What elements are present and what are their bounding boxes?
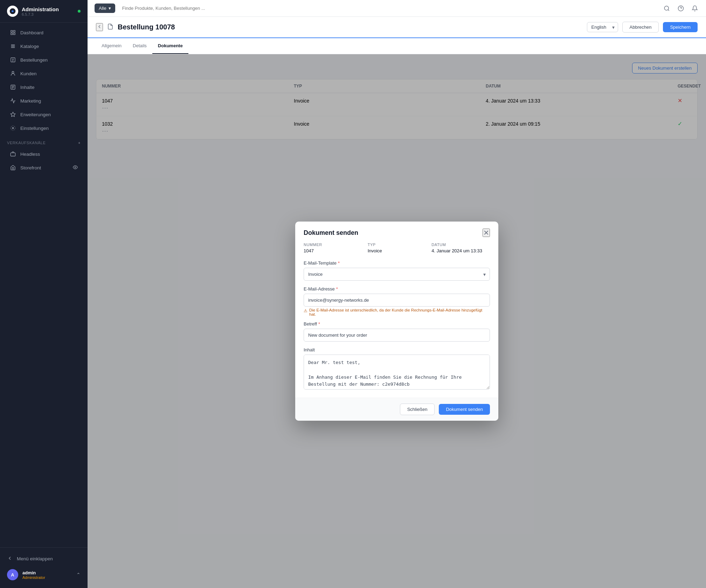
save-button[interactable]: Speichern [663,22,698,32]
sidebar-label-inhalte: Inhalte [20,85,35,90]
email-warning-text: ⚠ Die E-Mail-Adresse ist unterschiedlich… [304,308,490,316]
sidebar-item-marketing[interactable]: Marketing [3,94,85,107]
close-button[interactable]: Schließen [400,404,435,415]
settings-icon [10,125,16,131]
orders-icon [10,57,16,63]
user-profile[interactable]: A admin Administrator ⌃ [0,566,88,584]
app-logo [7,6,18,17]
collapse-menu-button[interactable]: Menü einklappen [0,552,88,566]
document-icon [107,23,113,31]
filter-chevron-icon: ▾ [109,6,111,11]
app-version: 6.5.7.3 [22,12,59,16]
sidebar: Administration 6.5.7.3 Dashboard Katalog… [0,0,88,588]
tab-dokumente[interactable]: Dokumente [152,38,188,54]
search-filter-dropdown[interactable]: Alle ▾ [95,4,115,13]
sidebar-item-storefront[interactable]: Storefront [3,161,85,174]
typ-value: Invoice [368,248,426,253]
svg-point-11 [664,6,669,10]
svg-rect-1 [11,30,13,32]
customers-icon [10,70,16,77]
language-select[interactable]: English [587,22,618,32]
datum-label: Datum [431,243,490,247]
modal-title: Dokument senden [304,229,358,237]
svg-rect-9 [11,153,15,156]
add-channel-icon[interactable]: + [78,141,81,145]
sidebar-label-kunden: Kunden [20,71,37,76]
sidebar-nav: Dashboard Kataloge Bestellungen Kunden I… [0,23,88,547]
email-template-select-wrapper: Invoice [304,268,490,281]
datum-value: 4. Januar 2024 um 13:33 [431,248,490,253]
sidebar-item-dashboard[interactable]: Dashboard [3,26,85,39]
inhalt-label: Inhalt [304,347,490,352]
modal-body: Nummer 1047 Typ Invoice Datum 4. Januar … [295,243,498,398]
sidebar-item-kataloge[interactable]: Kataloge [3,40,85,53]
sidebar-footer: Menü einklappen A admin Administrator ⌃ [0,547,88,588]
sidebar-label-bestellungen: Bestellungen [20,57,48,63]
sidebar-label-marketing: Marketing [20,98,41,104]
sidebar-item-kunden[interactable]: Kunden [3,67,85,80]
sidebar-label-kataloge: Kataloge [20,44,39,49]
modal-backdrop: Dokument senden ✕ Nummer 1047 Typ Invoic… [88,54,706,588]
tabs-bar: Allgemein Details Dokumente [88,38,706,54]
nummer-label: Nummer [304,243,362,247]
send-document-button[interactable]: Dokument senden [439,404,490,415]
page-title: Bestellung 10078 [118,23,583,31]
content-area: Neues Dokument erstellen Nummer Typ Datu… [88,54,706,588]
inhalt-textarea[interactable]: Dear Mr. test test, Im Anhang dieser E-M… [304,355,490,390]
main-content: Alle ▾ Bestellung 10078 English [88,0,706,588]
sidebar-item-headless[interactable]: Headless [3,147,85,161]
status-indicator [78,10,81,13]
email-address-input[interactable] [304,294,490,307]
dashboard-icon [10,29,16,36]
user-name: admin [22,570,45,575]
global-search-input[interactable] [119,4,658,13]
svg-point-6 [12,71,14,73]
user-role: Administrator [22,575,45,580]
send-document-modal: Dokument senden ✕ Nummer 1047 Typ Invoic… [295,222,498,421]
back-button[interactable] [96,23,103,31]
headless-icon [10,151,16,157]
sidebar-item-erweiterungen[interactable]: Erweiterungen [3,108,85,121]
sidebar-label-storefront: Storefront [20,165,41,170]
betreff-input[interactable] [304,329,490,342]
email-address-label: E-Mail-Adresse * [304,286,490,292]
svg-rect-4 [11,33,13,35]
search-icon[interactable] [663,4,671,13]
tab-allgemein[interactable]: Allgemein [96,38,127,54]
nummer-value: 1047 [304,248,362,253]
email-template-select[interactable]: Invoice [304,268,490,281]
notifications-icon[interactable] [691,4,699,13]
betreff-label: Betreff * [304,321,490,327]
top-bar: Alle ▾ [88,0,706,17]
language-select-wrapper: English [587,22,618,32]
user-chevron-icon: ⌃ [76,572,81,578]
modal-footer: Schließen Dokument senden [295,398,498,421]
catalog-icon [10,43,16,49]
email-template-label: E-Mail-Template * [304,260,490,266]
help-icon[interactable] [677,4,685,13]
required-star: * [318,321,320,327]
svg-rect-2 [13,30,15,32]
typ-label: Typ [368,243,426,247]
required-star: * [338,260,340,266]
sidebar-item-inhalte[interactable]: Inhalte [3,80,85,94]
svg-point-10 [75,167,76,168]
sidebar-label-erweiterungen: Erweiterungen [20,112,51,117]
warning-icon: ⚠ [304,308,307,313]
sidebar-item-einstellungen[interactable]: Einstellungen [3,121,85,135]
modal-close-button[interactable]: ✕ [483,229,490,237]
sidebar-label-headless: Headless [20,152,40,157]
svg-point-8 [12,127,14,129]
required-star: * [336,286,338,292]
sidebar-item-bestellungen[interactable]: Bestellungen [3,53,85,66]
modal-header: Dokument senden ✕ [295,222,498,243]
svg-rect-3 [13,33,15,35]
tab-details[interactable]: Details [127,38,152,54]
cancel-button[interactable]: Abbrechen [622,22,659,33]
marketing-icon [10,98,16,104]
sidebar-label-dashboard: Dashboard [20,30,43,35]
sidebar-header: Administration 6.5.7.3 [0,0,88,23]
section-label-verkaufskanaele: Verkaufskanäle + [0,135,88,147]
collapse-icon [7,555,13,562]
extensions-icon [10,111,16,118]
